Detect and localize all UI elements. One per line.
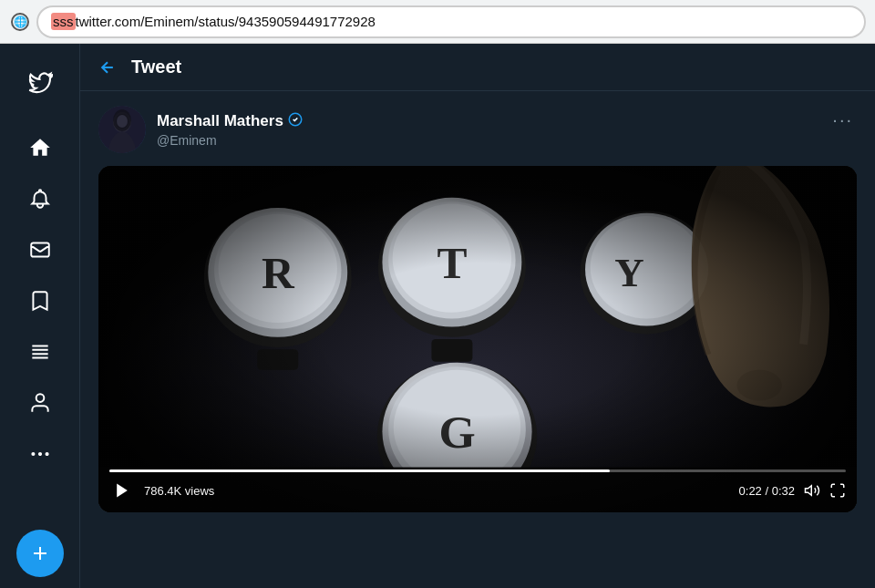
compose-button[interactable] — [16, 530, 64, 577]
tweet-user-info: Marshall Mathers @Eminem — [98, 106, 304, 153]
sidebar-item-messages[interactable] — [16, 226, 64, 273]
sidebar-item-more[interactable] — [16, 430, 64, 478]
sidebar-item-home[interactable] — [16, 124, 64, 171]
main-content: Tweet — [80, 44, 875, 588]
sidebar-item-bookmarks[interactable] — [16, 277, 64, 325]
security-icon: 🌐 — [11, 13, 29, 31]
video-container[interactable]: R T — [98, 166, 857, 512]
sidebar-item-notifications[interactable] — [16, 175, 64, 222]
sidebar — [0, 44, 80, 588]
svg-marker-34 — [117, 484, 128, 498]
view-count: 786.4K views — [144, 484, 214, 498]
fullscreen-button[interactable] — [829, 482, 846, 499]
tweet-page-header: Tweet — [80, 44, 875, 91]
avatar[interactable] — [98, 106, 146, 153]
browser-toolbar: 🌐 ssstwitter.com/Eminem/status/943590594… — [0, 0, 875, 44]
twitter-logo[interactable] — [16, 58, 64, 106]
svg-point-1 — [46, 453, 47, 455]
keyboard-scene: R T — [98, 166, 857, 512]
username: @Eminem — [157, 133, 304, 148]
time-display: 0:22 / 0:32 — [739, 484, 795, 498]
svg-marker-35 — [806, 486, 812, 496]
tweet-user-row: Marshall Mathers @Eminem ·· — [98, 106, 857, 153]
user-names: Marshall Mathers @Eminem — [157, 111, 304, 148]
svg-rect-33 — [98, 166, 857, 512]
more-options-button[interactable]: ··· — [829, 106, 857, 134]
back-button[interactable] — [98, 58, 117, 77]
display-name[interactable]: Marshall Mathers — [157, 112, 283, 130]
twitter-app: Tweet — [0, 44, 875, 588]
url-bar[interactable]: ssstwitter.com/Eminem/status/94359059449… — [38, 7, 864, 36]
video-thumbnail: R T — [98, 166, 857, 512]
tweet-page-title: Tweet — [131, 57, 181, 77]
video-progress-fill — [109, 469, 610, 472]
video-controls: 786.4K views 0:22 / 0:32 — [109, 478, 846, 503]
verified-badge — [287, 111, 304, 131]
tweet-body: Marshall Mathers @Eminem ·· — [80, 91, 875, 527]
volume-button[interactable] — [804, 482, 820, 499]
sidebar-item-lists[interactable] — [16, 328, 64, 376]
video-progress-bar[interactable] — [109, 469, 846, 472]
display-name-row: Marshall Mathers — [157, 111, 304, 131]
svg-point-2 — [32, 453, 34, 455]
sidebar-item-profile[interactable] — [16, 379, 64, 427]
play-button[interactable] — [109, 478, 135, 503]
svg-point-7 — [117, 115, 128, 128]
svg-point-0 — [38, 453, 40, 455]
